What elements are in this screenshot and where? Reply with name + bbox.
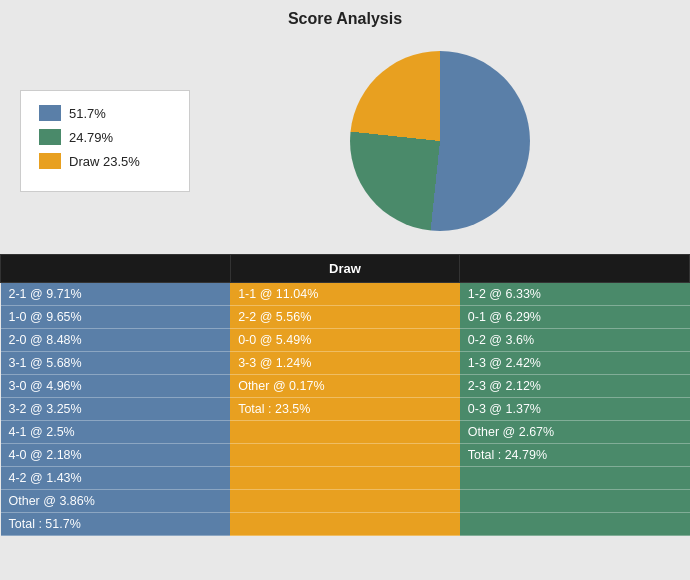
table-row: 2-2 @ 5.56% — [230, 306, 460, 329]
table-row: 0-1 @ 6.29% — [460, 306, 690, 329]
legend-item-home: 51.7% — [39, 105, 171, 121]
table-row: 0-2 @ 3.6% — [460, 329, 690, 352]
table-row: 1-1 @ 11.04% — [230, 283, 460, 306]
header-home — [1, 255, 231, 283]
page-title: Score Analysis — [0, 0, 690, 36]
header-draw: Draw — [230, 255, 460, 283]
legend-color-away — [39, 129, 61, 145]
legend-item-draw: Draw 23.5% — [39, 153, 171, 169]
pie-chart — [350, 51, 530, 231]
legend: 51.7% 24.79% Draw 23.5% — [20, 90, 190, 192]
table-row: 4-0 @ 2.18% — [1, 444, 231, 467]
legend-color-home — [39, 105, 61, 121]
table-row: 3-3 @ 1.24% — [230, 352, 460, 375]
table-row: 2-3 @ 2.12% — [460, 375, 690, 398]
table-row: Other @ 3.86% — [1, 490, 231, 513]
table-row — [460, 513, 690, 536]
table-row — [230, 421, 460, 444]
data-table: Draw 2-1 @ 9.71%1-1 @ 11.04%1-2 @ 6.33%1… — [0, 254, 690, 536]
table-row: Other @ 2.67% — [460, 421, 690, 444]
table-row: 3-2 @ 3.25% — [1, 398, 231, 421]
table-row: 1-2 @ 6.33% — [460, 283, 690, 306]
table-row: 3-0 @ 4.96% — [1, 375, 231, 398]
table-row: Total : 24.79% — [460, 444, 690, 467]
legend-label-home: 51.7% — [69, 106, 106, 121]
table-row — [230, 490, 460, 513]
table-row — [230, 444, 460, 467]
table-row: 4-2 @ 1.43% — [1, 467, 231, 490]
legend-label-draw: Draw 23.5% — [69, 154, 140, 169]
table-section: Draw 2-1 @ 9.71%1-1 @ 11.04%1-2 @ 6.33%1… — [0, 254, 690, 536]
chart-area — [210, 51, 670, 231]
table-row: 1-0 @ 9.65% — [1, 306, 231, 329]
table-row: Total : 51.7% — [1, 513, 231, 536]
legend-color-draw — [39, 153, 61, 169]
table-row — [460, 490, 690, 513]
table-row: 4-1 @ 2.5% — [1, 421, 231, 444]
table-row — [230, 467, 460, 490]
table-row: 2-0 @ 8.48% — [1, 329, 231, 352]
legend-item-away: 24.79% — [39, 129, 171, 145]
table-row: 1-3 @ 2.42% — [460, 352, 690, 375]
table-row: 0-3 @ 1.37% — [460, 398, 690, 421]
header-away — [460, 255, 690, 283]
table-row: 2-1 @ 9.71% — [1, 283, 231, 306]
table-row: 3-1 @ 5.68% — [1, 352, 231, 375]
legend-label-away: 24.79% — [69, 130, 113, 145]
table-row: 0-0 @ 5.49% — [230, 329, 460, 352]
top-section: 51.7% 24.79% Draw 23.5% — [0, 36, 690, 246]
table-row: Total : 23.5% — [230, 398, 460, 421]
table-row: Other @ 0.17% — [230, 375, 460, 398]
table-row — [460, 467, 690, 490]
table-row — [230, 513, 460, 536]
